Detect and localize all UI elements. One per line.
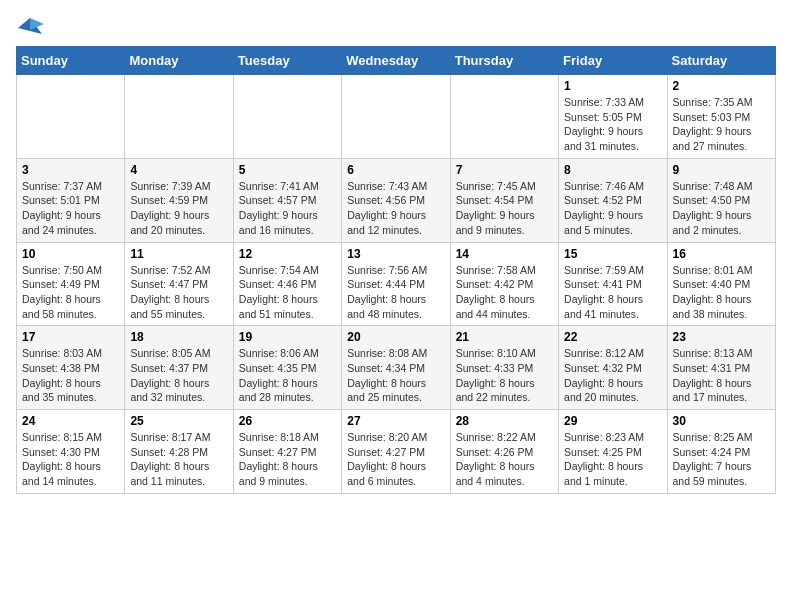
day-number: 28 <box>456 414 553 428</box>
weekday-header-tuesday: Tuesday <box>233 47 341 75</box>
calendar-day-cell <box>342 75 450 159</box>
day-number: 19 <box>239 330 336 344</box>
day-info: Sunrise: 8:22 AM Sunset: 4:26 PM Dayligh… <box>456 430 553 489</box>
day-info: Sunrise: 7:46 AM Sunset: 4:52 PM Dayligh… <box>564 179 661 238</box>
calendar-week-row: 17Sunrise: 8:03 AM Sunset: 4:38 PM Dayli… <box>17 326 776 410</box>
day-info: Sunrise: 8:20 AM Sunset: 4:27 PM Dayligh… <box>347 430 444 489</box>
day-number: 14 <box>456 247 553 261</box>
day-number: 8 <box>564 163 661 177</box>
calendar-day-cell: 28Sunrise: 8:22 AM Sunset: 4:26 PM Dayli… <box>450 410 558 494</box>
logo <box>16 16 44 38</box>
day-number: 20 <box>347 330 444 344</box>
weekday-header-sunday: Sunday <box>17 47 125 75</box>
calendar-day-cell <box>450 75 558 159</box>
weekday-header-friday: Friday <box>559 47 667 75</box>
calendar-day-cell: 3Sunrise: 7:37 AM Sunset: 5:01 PM Daylig… <box>17 158 125 242</box>
day-info: Sunrise: 7:37 AM Sunset: 5:01 PM Dayligh… <box>22 179 119 238</box>
calendar-day-cell: 19Sunrise: 8:06 AM Sunset: 4:35 PM Dayli… <box>233 326 341 410</box>
day-info: Sunrise: 7:52 AM Sunset: 4:47 PM Dayligh… <box>130 263 227 322</box>
day-number: 21 <box>456 330 553 344</box>
logo-bird-icon <box>16 16 44 38</box>
day-number: 13 <box>347 247 444 261</box>
calendar-week-row: 10Sunrise: 7:50 AM Sunset: 4:49 PM Dayli… <box>17 242 776 326</box>
calendar-day-cell: 18Sunrise: 8:05 AM Sunset: 4:37 PM Dayli… <box>125 326 233 410</box>
day-info: Sunrise: 7:50 AM Sunset: 4:49 PM Dayligh… <box>22 263 119 322</box>
calendar-day-cell: 13Sunrise: 7:56 AM Sunset: 4:44 PM Dayli… <box>342 242 450 326</box>
day-number: 25 <box>130 414 227 428</box>
day-number: 1 <box>564 79 661 93</box>
day-info: Sunrise: 7:58 AM Sunset: 4:42 PM Dayligh… <box>456 263 553 322</box>
day-number: 9 <box>673 163 770 177</box>
header <box>16 16 776 38</box>
day-number: 5 <box>239 163 336 177</box>
day-info: Sunrise: 7:39 AM Sunset: 4:59 PM Dayligh… <box>130 179 227 238</box>
day-number: 12 <box>239 247 336 261</box>
calendar-day-cell: 29Sunrise: 8:23 AM Sunset: 4:25 PM Dayli… <box>559 410 667 494</box>
day-info: Sunrise: 7:41 AM Sunset: 4:57 PM Dayligh… <box>239 179 336 238</box>
day-number: 11 <box>130 247 227 261</box>
day-number: 29 <box>564 414 661 428</box>
day-info: Sunrise: 8:18 AM Sunset: 4:27 PM Dayligh… <box>239 430 336 489</box>
day-info: Sunrise: 8:08 AM Sunset: 4:34 PM Dayligh… <box>347 346 444 405</box>
day-number: 17 <box>22 330 119 344</box>
day-info: Sunrise: 8:01 AM Sunset: 4:40 PM Dayligh… <box>673 263 770 322</box>
day-number: 27 <box>347 414 444 428</box>
day-info: Sunrise: 8:03 AM Sunset: 4:38 PM Dayligh… <box>22 346 119 405</box>
day-number: 3 <box>22 163 119 177</box>
day-number: 24 <box>22 414 119 428</box>
day-info: Sunrise: 7:35 AM Sunset: 5:03 PM Dayligh… <box>673 95 770 154</box>
calendar-week-row: 1Sunrise: 7:33 AM Sunset: 5:05 PM Daylig… <box>17 75 776 159</box>
calendar-day-cell: 17Sunrise: 8:03 AM Sunset: 4:38 PM Dayli… <box>17 326 125 410</box>
calendar-day-cell: 16Sunrise: 8:01 AM Sunset: 4:40 PM Dayli… <box>667 242 775 326</box>
calendar-day-cell: 24Sunrise: 8:15 AM Sunset: 4:30 PM Dayli… <box>17 410 125 494</box>
calendar-day-cell: 7Sunrise: 7:45 AM Sunset: 4:54 PM Daylig… <box>450 158 558 242</box>
day-number: 10 <box>22 247 119 261</box>
calendar-day-cell: 27Sunrise: 8:20 AM Sunset: 4:27 PM Dayli… <box>342 410 450 494</box>
calendar-day-cell: 21Sunrise: 8:10 AM Sunset: 4:33 PM Dayli… <box>450 326 558 410</box>
day-info: Sunrise: 7:33 AM Sunset: 5:05 PM Dayligh… <box>564 95 661 154</box>
day-info: Sunrise: 7:56 AM Sunset: 4:44 PM Dayligh… <box>347 263 444 322</box>
day-info: Sunrise: 8:23 AM Sunset: 4:25 PM Dayligh… <box>564 430 661 489</box>
day-info: Sunrise: 8:13 AM Sunset: 4:31 PM Dayligh… <box>673 346 770 405</box>
calendar-day-cell: 5Sunrise: 7:41 AM Sunset: 4:57 PM Daylig… <box>233 158 341 242</box>
day-number: 15 <box>564 247 661 261</box>
calendar-day-cell: 30Sunrise: 8:25 AM Sunset: 4:24 PM Dayli… <box>667 410 775 494</box>
day-info: Sunrise: 7:48 AM Sunset: 4:50 PM Dayligh… <box>673 179 770 238</box>
calendar-day-cell: 25Sunrise: 8:17 AM Sunset: 4:28 PM Dayli… <box>125 410 233 494</box>
calendar-day-cell: 1Sunrise: 7:33 AM Sunset: 5:05 PM Daylig… <box>559 75 667 159</box>
calendar-day-cell <box>17 75 125 159</box>
calendar-day-cell: 4Sunrise: 7:39 AM Sunset: 4:59 PM Daylig… <box>125 158 233 242</box>
calendar-header-row: SundayMondayTuesdayWednesdayThursdayFrid… <box>17 47 776 75</box>
day-number: 16 <box>673 247 770 261</box>
day-info: Sunrise: 8:12 AM Sunset: 4:32 PM Dayligh… <box>564 346 661 405</box>
day-info: Sunrise: 7:45 AM Sunset: 4:54 PM Dayligh… <box>456 179 553 238</box>
calendar-day-cell: 8Sunrise: 7:46 AM Sunset: 4:52 PM Daylig… <box>559 158 667 242</box>
day-info: Sunrise: 8:15 AM Sunset: 4:30 PM Dayligh… <box>22 430 119 489</box>
day-info: Sunrise: 7:43 AM Sunset: 4:56 PM Dayligh… <box>347 179 444 238</box>
calendar-day-cell <box>125 75 233 159</box>
day-info: Sunrise: 7:59 AM Sunset: 4:41 PM Dayligh… <box>564 263 661 322</box>
day-number: 2 <box>673 79 770 93</box>
calendar-day-cell: 6Sunrise: 7:43 AM Sunset: 4:56 PM Daylig… <box>342 158 450 242</box>
day-number: 7 <box>456 163 553 177</box>
calendar-day-cell: 12Sunrise: 7:54 AM Sunset: 4:46 PM Dayli… <box>233 242 341 326</box>
calendar-day-cell: 2Sunrise: 7:35 AM Sunset: 5:03 PM Daylig… <box>667 75 775 159</box>
calendar-day-cell: 14Sunrise: 7:58 AM Sunset: 4:42 PM Dayli… <box>450 242 558 326</box>
day-info: Sunrise: 7:54 AM Sunset: 4:46 PM Dayligh… <box>239 263 336 322</box>
day-info: Sunrise: 8:17 AM Sunset: 4:28 PM Dayligh… <box>130 430 227 489</box>
calendar-day-cell: 9Sunrise: 7:48 AM Sunset: 4:50 PM Daylig… <box>667 158 775 242</box>
calendar-day-cell: 22Sunrise: 8:12 AM Sunset: 4:32 PM Dayli… <box>559 326 667 410</box>
calendar-day-cell: 26Sunrise: 8:18 AM Sunset: 4:27 PM Dayli… <box>233 410 341 494</box>
weekday-header-saturday: Saturday <box>667 47 775 75</box>
calendar-day-cell: 23Sunrise: 8:13 AM Sunset: 4:31 PM Dayli… <box>667 326 775 410</box>
day-number: 26 <box>239 414 336 428</box>
day-info: Sunrise: 8:05 AM Sunset: 4:37 PM Dayligh… <box>130 346 227 405</box>
calendar-week-row: 3Sunrise: 7:37 AM Sunset: 5:01 PM Daylig… <box>17 158 776 242</box>
day-info: Sunrise: 8:10 AM Sunset: 4:33 PM Dayligh… <box>456 346 553 405</box>
day-info: Sunrise: 8:06 AM Sunset: 4:35 PM Dayligh… <box>239 346 336 405</box>
calendar-table: SundayMondayTuesdayWednesdayThursdayFrid… <box>16 46 776 494</box>
day-number: 30 <box>673 414 770 428</box>
day-number: 18 <box>130 330 227 344</box>
calendar-day-cell <box>233 75 341 159</box>
calendar-day-cell: 15Sunrise: 7:59 AM Sunset: 4:41 PM Dayli… <box>559 242 667 326</box>
